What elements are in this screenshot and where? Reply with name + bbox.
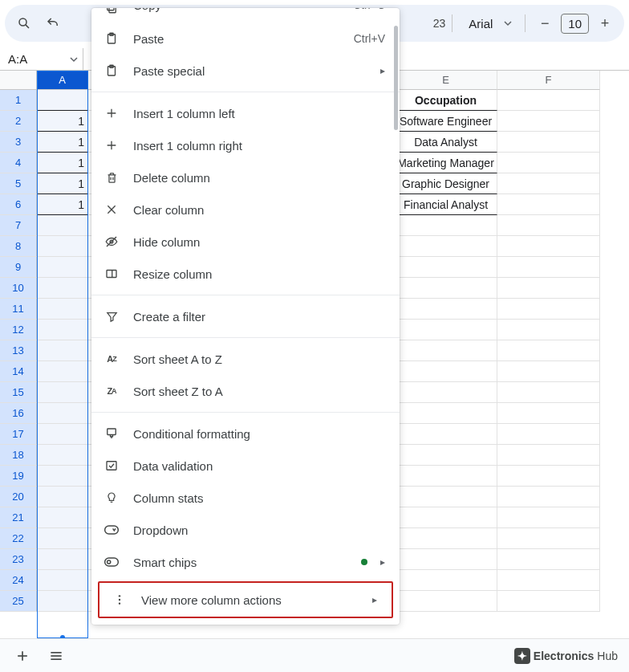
cell[interactable] bbox=[395, 424, 497, 445]
row-header[interactable]: 10 bbox=[0, 278, 37, 299]
row-header[interactable]: 1 bbox=[0, 90, 37, 111]
row-header[interactable]: 22 bbox=[0, 528, 37, 549]
cell[interactable] bbox=[395, 528, 497, 549]
menu-item-hide[interactable]: Hide column bbox=[91, 226, 400, 258]
cell[interactable] bbox=[37, 445, 88, 466]
cell[interactable] bbox=[37, 570, 88, 591]
cell[interactable] bbox=[497, 153, 600, 173]
cell[interactable]: Graphic Designer bbox=[395, 173, 497, 194]
menu-item-view-more-column-actions[interactable]: View more column actions ▸ bbox=[99, 583, 392, 617]
row-header[interactable]: 24 bbox=[0, 570, 37, 591]
cell[interactable] bbox=[37, 236, 88, 257]
menu-item-paste[interactable]: Paste Ctrl+V bbox=[91, 22, 400, 55]
row-header[interactable]: 11 bbox=[0, 299, 37, 320]
column-header-f[interactable]: F bbox=[497, 71, 600, 90]
cell[interactable] bbox=[497, 549, 600, 570]
row-header[interactable]: 8 bbox=[0, 236, 37, 257]
row-header[interactable]: 16 bbox=[0, 403, 37, 424]
all-sheets-button[interactable] bbox=[42, 641, 71, 670]
cell[interactable] bbox=[37, 591, 88, 612]
cell[interactable] bbox=[497, 361, 600, 382]
row-header[interactable]: 21 bbox=[0, 507, 37, 528]
row-header[interactable]: 19 bbox=[0, 466, 37, 487]
cell[interactable] bbox=[497, 382, 600, 403]
name-box[interactable]: A:A bbox=[0, 48, 83, 70]
menu-item-copy[interactable]: Copy Ctrl+C bbox=[91, 8, 400, 22]
cell[interactable] bbox=[37, 278, 88, 299]
cell[interactable]: Occupation bbox=[395, 90, 497, 111]
scrollbar-thumb[interactable] bbox=[394, 26, 398, 130]
row-header[interactable]: 23 bbox=[0, 549, 37, 570]
cell[interactable] bbox=[37, 361, 88, 382]
search-icon[interactable] bbox=[11, 10, 37, 36]
cell[interactable] bbox=[497, 257, 600, 278]
menu-item-clear[interactable]: Clear column bbox=[91, 193, 400, 226]
row-header[interactable]: 17 bbox=[0, 424, 37, 445]
font-size-input[interactable]: 10 bbox=[561, 14, 589, 34]
cell[interactable] bbox=[37, 466, 88, 487]
row-header[interactable]: 5 bbox=[0, 173, 37, 194]
cell[interactable]: 1 bbox=[37, 132, 88, 153]
cell[interactable]: Financial Analyst bbox=[395, 194, 497, 215]
menu-item-sort-za[interactable]: ZA Sort sheet Z to A bbox=[91, 375, 400, 407]
column-header-a[interactable]: A bbox=[37, 71, 88, 90]
cell[interactable] bbox=[497, 215, 600, 236]
cell[interactable] bbox=[497, 487, 600, 507]
cell[interactable] bbox=[395, 445, 497, 466]
cell[interactable] bbox=[497, 132, 600, 153]
row-header[interactable]: 9 bbox=[0, 257, 37, 278]
menu-item-smart-chips[interactable]: Smart chips ▸ bbox=[91, 546, 400, 578]
cell[interactable] bbox=[37, 424, 88, 445]
menu-item-data-validation[interactable]: Data validation bbox=[91, 450, 400, 482]
cell[interactable] bbox=[395, 382, 497, 403]
cell[interactable] bbox=[395, 487, 497, 507]
select-all-corner[interactable] bbox=[0, 71, 37, 90]
cell[interactable]: 1 bbox=[37, 173, 88, 194]
cell[interactable] bbox=[497, 173, 600, 194]
cell[interactable] bbox=[497, 403, 600, 424]
cell[interactable] bbox=[395, 340, 497, 361]
row-header[interactable]: 18 bbox=[0, 445, 37, 466]
cell[interactable] bbox=[395, 320, 497, 340]
row-header[interactable]: 14 bbox=[0, 361, 37, 382]
cell[interactable] bbox=[395, 278, 497, 299]
undo-icon[interactable] bbox=[40, 10, 66, 36]
cell[interactable] bbox=[497, 278, 600, 299]
cell[interactable]: Data Analyst bbox=[395, 132, 497, 153]
cell[interactable] bbox=[497, 424, 600, 445]
context-menu-scrollbar[interactable] bbox=[393, 14, 400, 618]
menu-item-column-stats[interactable]: Column stats bbox=[91, 482, 400, 514]
row-header[interactable]: 15 bbox=[0, 382, 37, 403]
cell[interactable] bbox=[497, 90, 600, 111]
cell[interactable] bbox=[497, 591, 600, 612]
cell[interactable] bbox=[37, 257, 88, 278]
row-header[interactable]: 2 bbox=[0, 111, 37, 132]
row-header[interactable]: 7 bbox=[0, 215, 37, 236]
cell[interactable] bbox=[395, 466, 497, 487]
cell[interactable] bbox=[37, 403, 88, 424]
menu-item-paste-special[interactable]: Paste special ▸ bbox=[91, 55, 400, 87]
menu-item-resize[interactable]: Resize column bbox=[91, 258, 400, 290]
cell[interactable] bbox=[37, 382, 88, 403]
cell[interactable] bbox=[395, 361, 497, 382]
cell[interactable] bbox=[37, 320, 88, 340]
cell[interactable] bbox=[497, 236, 600, 257]
cell[interactable] bbox=[37, 90, 88, 111]
cell[interactable] bbox=[497, 320, 600, 340]
menu-item-conditional-formatting[interactable]: Conditional formatting bbox=[91, 417, 400, 450]
row-header[interactable]: 25 bbox=[0, 591, 37, 612]
cell[interactable] bbox=[395, 549, 497, 570]
row-header[interactable]: 13 bbox=[0, 340, 37, 361]
cell[interactable] bbox=[37, 528, 88, 549]
row-header[interactable]: 12 bbox=[0, 320, 37, 340]
cell[interactable] bbox=[497, 528, 600, 549]
cell[interactable] bbox=[395, 507, 497, 528]
cell[interactable] bbox=[497, 340, 600, 361]
cell[interactable] bbox=[497, 194, 600, 215]
menu-item-sort-az[interactable]: AZ Sort sheet A to Z bbox=[91, 343, 400, 375]
cell[interactable] bbox=[37, 507, 88, 528]
menu-item-create-filter[interactable]: Create a filter bbox=[91, 300, 400, 332]
cell[interactable] bbox=[37, 340, 88, 361]
menu-item-dropdown[interactable]: Dropdown bbox=[91, 514, 400, 546]
cell[interactable] bbox=[395, 570, 497, 591]
